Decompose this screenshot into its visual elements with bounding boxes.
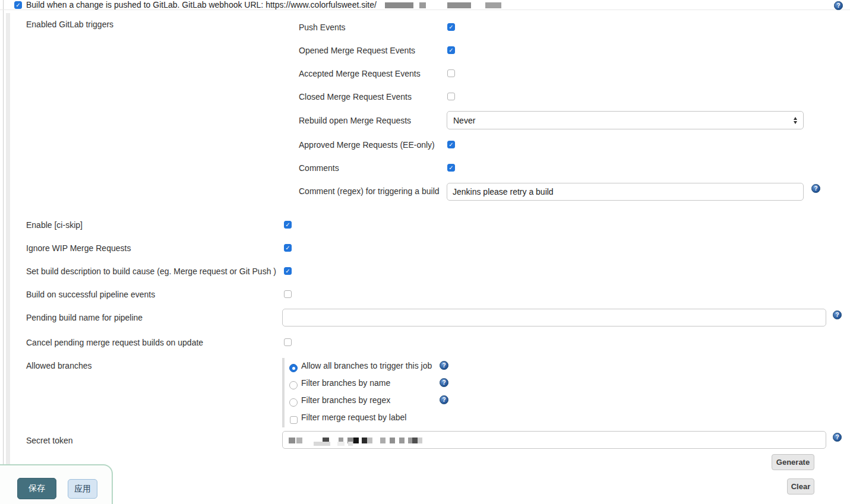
section-indent-stripe — [6, 13, 10, 464]
closed-mr-events-label: Closed Merge Request Events — [299, 92, 412, 102]
closed-mr-events-checkbox[interactable] — [447, 93, 455, 100]
filter-branches-regex-label: Filter branches by regex — [301, 395, 390, 405]
redacted-token — [289, 437, 422, 443]
enabled-triggers-label: Enabled GitLab triggers — [26, 20, 113, 29]
comments-checkbox[interactable] — [447, 164, 455, 172]
allowed-branches-label: Allowed branches — [26, 361, 92, 370]
radio-group-stripe — [282, 358, 285, 427]
ci-skip-label: Enable [ci-skip] — [26, 220, 83, 230]
header-divider — [0, 9, 850, 10]
secret-token-label: Secret token — [26, 436, 73, 445]
help-icon[interactable]: ? — [833, 433, 842, 442]
approved-mr-checkbox[interactable] — [447, 141, 455, 148]
filter-branches-regex-radio[interactable] — [289, 398, 298, 407]
set-build-description-checkbox[interactable] — [284, 267, 292, 275]
generate-button[interactable]: Generate — [772, 454, 814, 470]
gitlab-trigger-config-page: Build when a change is pushed to GitLab.… — [0, 0, 850, 504]
opened-mr-events-label: Opened Merge Request Events — [299, 46, 415, 55]
help-icon[interactable]: ? — [440, 395, 448, 404]
help-icon[interactable]: ? — [811, 184, 820, 193]
filter-branches-name-radio[interactable] — [289, 381, 298, 389]
comments-label: Comments — [299, 163, 339, 173]
select-arrows-icon — [794, 117, 797, 124]
comment-regex-label: Comment (regex) for triggering a build — [299, 186, 440, 196]
opened-mr-events-checkbox[interactable] — [447, 46, 455, 54]
save-apply-panel: 保存 应用 — [0, 464, 113, 504]
cancel-pending-checkbox[interactable] — [284, 338, 292, 346]
allow-all-branches-radio[interactable] — [289, 364, 298, 372]
secret-token-input[interactable] — [282, 431, 826, 449]
help-icon[interactable]: ? — [834, 1, 843, 10]
rebuild-open-mr-selected-value: Never — [453, 116, 475, 125]
accepted-mr-events-checkbox[interactable] — [447, 69, 455, 77]
push-events-checkbox[interactable] — [447, 23, 455, 31]
help-icon[interactable]: ? — [833, 310, 842, 319]
redacted-token-lower — [314, 442, 353, 446]
comment-regex-input[interactable] — [447, 183, 804, 201]
build-on-pipeline-checkbox[interactable] — [284, 290, 292, 298]
rebuild-open-mr-label: Rebuild open Merge Requests — [299, 116, 411, 125]
cancel-pending-label: Cancel pending merge request builds on u… — [26, 338, 203, 347]
redacted-url-part — [385, 2, 501, 9]
ignore-wip-checkbox[interactable] — [284, 244, 292, 252]
build-when-pushed-checkbox[interactable] — [14, 1, 22, 9]
help-icon[interactable]: ? — [440, 378, 448, 387]
pending-build-name-input[interactable] — [282, 309, 826, 327]
push-events-label: Push Events — [299, 23, 346, 32]
set-build-description-label: Set build description to build cause (eg… — [26, 267, 276, 276]
filter-branches-name-label: Filter branches by name — [301, 378, 390, 388]
pending-build-name-label: Pending build name for pipeline — [26, 313, 143, 322]
build-on-pipeline-label: Build on successful pipeline events — [26, 290, 155, 299]
filter-mr-label-label: Filter merge request by label — [301, 413, 406, 422]
allow-all-branches-label: Allow all branches to trigger this job — [301, 361, 432, 370]
ci-skip-checkbox[interactable] — [284, 221, 292, 229]
save-button[interactable]: 保存 — [17, 478, 56, 499]
clear-button[interactable]: Clear — [787, 478, 814, 495]
left-border-line — [3, 0, 4, 504]
filter-mr-label-checkbox[interactable] — [290, 416, 298, 424]
rebuild-open-mr-select[interactable]: Never — [447, 111, 804, 129]
approved-mr-label: Approved Merge Requests (EE-only) — [299, 140, 435, 150]
accepted-mr-events-label: Accepted Merge Request Events — [299, 69, 421, 78]
trigger-title: Build when a change is pushed to GitLab.… — [26, 0, 377, 9]
ignore-wip-label: Ignore WIP Merge Requests — [26, 243, 131, 253]
help-icon[interactable]: ? — [440, 361, 448, 370]
apply-button[interactable]: 应用 — [68, 479, 97, 499]
